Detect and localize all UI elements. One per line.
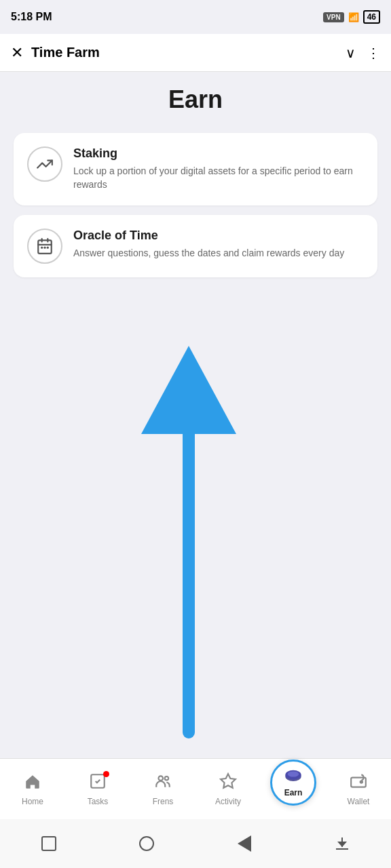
sys-square-icon (41, 836, 56, 851)
battery-icon: 46 (363, 10, 380, 24)
frens-svg (154, 772, 172, 790)
home-label: Home (22, 797, 43, 806)
nav-item-wallet[interactable]: Wallet (331, 772, 386, 806)
earn-circle: Earn (270, 760, 316, 806)
tasks-icon (89, 772, 107, 794)
nav-item-home[interactable]: Home (5, 772, 60, 806)
home-icon (24, 772, 41, 794)
home-svg (24, 772, 41, 790)
sys-download-btn[interactable] (331, 833, 353, 854)
oracle-card-text: Oracle of Time Answer questions, guess t… (73, 229, 344, 260)
staking-icon (36, 155, 54, 173)
header-right: ∨ ⋮ (346, 45, 380, 61)
wallet-icon (350, 772, 367, 794)
staking-desc: Lock up a portion of your digital assets… (73, 164, 364, 192)
close-button[interactable]: ✕ (11, 44, 23, 62)
wallet-svg (350, 772, 367, 790)
status-time: 5:18 PM (11, 11, 52, 23)
app-header: ✕ Time Farm ∨ ⋮ (0, 34, 391, 72)
staking-title: Staking (73, 146, 364, 161)
status-icons: VPN 📶 46 (323, 10, 380, 24)
oracle-icon (36, 237, 54, 255)
dropdown-icon[interactable]: ∨ (346, 45, 356, 61)
bottom-nav: Home Tasks Frens (0, 758, 391, 819)
more-options-icon[interactable]: ⋮ (367, 45, 380, 61)
svg-marker-8 (141, 346, 236, 434)
activity-icon (219, 772, 237, 794)
arrow-annotation (100, 332, 250, 739)
nav-item-earn[interactable]: Earn (266, 773, 320, 806)
svg-point-16 (360, 781, 362, 783)
frens-label: Frens (153, 797, 174, 806)
system-nav-bar (0, 819, 391, 868)
page-title: Earn (14, 85, 377, 114)
nav-item-tasks[interactable]: Tasks (71, 772, 125, 806)
frens-icon (154, 772, 172, 794)
nav-item-frens[interactable]: Frens (136, 772, 190, 806)
staking-card-text: Staking Lock up a portion of your digita… (73, 146, 364, 192)
sys-back-btn[interactable] (234, 833, 255, 854)
sys-download-icon (336, 837, 348, 850)
sys-home-btn[interactable] (136, 833, 157, 854)
vpn-icon: VPN (323, 12, 344, 22)
tasks-label: Tasks (88, 797, 109, 806)
staking-icon-wrap (27, 146, 62, 182)
earn-label: Earn (284, 788, 303, 797)
tasks-badge (103, 771, 109, 777)
sys-circle-icon (139, 836, 154, 851)
header-left: ✕ Time Farm (11, 44, 100, 62)
status-bar: 5:18 PM VPN 📶 46 (0, 0, 391, 34)
nav-item-activity[interactable]: Activity (201, 772, 255, 806)
activity-label: Activity (215, 797, 241, 806)
main-content: Earn Staking Lock up a portion of your d… (0, 72, 391, 277)
activity-svg (219, 772, 237, 790)
oracle-card[interactable]: Oracle of Time Answer questions, guess t… (14, 215, 377, 277)
signal-icon: 📶 (348, 12, 359, 22)
wallet-label: Wallet (348, 797, 370, 806)
staking-card[interactable]: Staking Lock up a portion of your digita… (14, 133, 377, 205)
svg-marker-12 (221, 774, 236, 788)
app-title: Time Farm (31, 45, 100, 60)
oracle-desc: Answer questions, guess the dates and cl… (73, 246, 344, 260)
svg-point-11 (165, 776, 168, 779)
oracle-icon-wrap (27, 229, 62, 264)
earn-svg (284, 767, 303, 786)
oracle-title: Oracle of Time (73, 229, 344, 243)
svg-point-15 (288, 771, 299, 776)
svg-point-10 (159, 776, 164, 781)
sys-square-btn[interactable] (38, 833, 60, 854)
sys-triangle-icon (238, 835, 251, 852)
